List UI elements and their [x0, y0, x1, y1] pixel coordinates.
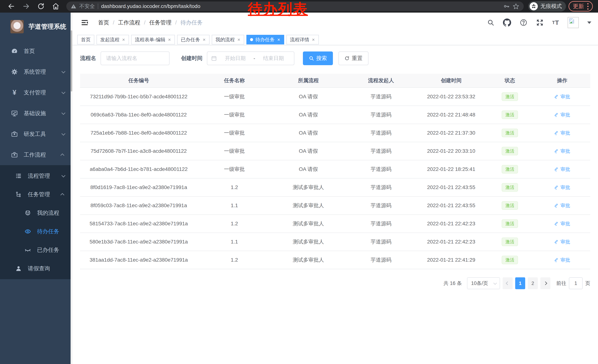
briefcase-icon [10, 151, 18, 158]
menu-dots-icon[interactable] [587, 3, 589, 10]
sidebar-item-done-tasks[interactable]: 已办任务 [0, 241, 72, 259]
sidebar-item-label: 任务管理 [28, 191, 50, 198]
approve-link[interactable]: 审批 [554, 130, 570, 136]
status-badge: 激活 [502, 147, 518, 155]
bookmark-star-icon[interactable] [513, 3, 519, 10]
sidebar-item-label: 已办任务 [37, 246, 59, 254]
incognito-badge: 无痕模式 [528, 1, 566, 11]
close-icon[interactable]: × [312, 37, 315, 42]
view-tab[interactable]: 流程详情 × [286, 35, 319, 44]
reload-icon[interactable] [35, 1, 47, 11]
sidebar-item-devtools[interactable]: 研发工具 [0, 124, 72, 145]
chevron-up-icon [60, 193, 64, 197]
briefcase-icon [10, 130, 18, 138]
cell-task-id: a6aba0a4-7b6d-11ec-b781-acde48001122 [80, 160, 197, 178]
breadcrumb-item[interactable]: 首页 [98, 19, 109, 26]
view-tab[interactable]: 发起流程 × [97, 35, 129, 44]
sidebar-toggle-icon[interactable] [79, 17, 90, 28]
sidebar-item-home[interactable]: 首页 [0, 41, 72, 61]
chevron-up-icon [60, 153, 64, 157]
home-icon[interactable] [50, 1, 62, 11]
avatar-dropdown-caret[interactable] [587, 22, 591, 24]
cell-task-name: 1.2 [197, 251, 271, 269]
sidebar-item-todo-tasks[interactable]: 待办任务 [0, 222, 72, 241]
search-icon[interactable] [487, 19, 494, 26]
process-name-label: 流程名 [80, 55, 96, 62]
app-logo-row[interactable]: 芋道管理系统 [0, 13, 72, 41]
page-number-button[interactable]: 2 [528, 277, 538, 289]
date-range-picker[interactable]: 开始日期 - 结束日期 [207, 51, 294, 65]
goto-label: 前往 [556, 280, 566, 287]
approve-link[interactable]: 审批 [554, 257, 570, 263]
view-tab[interactable]: 待办任务 × [246, 35, 284, 44]
approve-link[interactable]: 审批 [554, 220, 570, 227]
page-size-select[interactable]: 10条/页 [467, 277, 500, 289]
sidebar-item-my-process[interactable]: 我的流程 [0, 204, 72, 222]
close-icon[interactable]: × [277, 37, 280, 42]
app-title: 芋道管理系统 [29, 22, 66, 31]
goto-page-input[interactable] [569, 277, 583, 289]
close-icon[interactable]: × [122, 37, 125, 42]
search-icon [309, 56, 314, 61]
cell-starter: 芋道源码 [345, 178, 417, 196]
end-date-placeholder: 结束日期 [257, 55, 290, 62]
page-number-button[interactable]: 1 [515, 277, 525, 289]
approve-link[interactable]: 审批 [554, 94, 570, 100]
breadcrumb-item[interactable]: 任务管理 [149, 19, 172, 26]
avatar[interactable] [568, 17, 579, 28]
approve-link[interactable]: 审批 [554, 202, 570, 209]
breadcrumb-separator: / [113, 19, 114, 26]
cell-starter: 芋道源码 [345, 106, 417, 124]
breadcrumb-item[interactable]: 工作流程 [118, 19, 140, 26]
view-tab[interactable]: 首页 × [77, 35, 94, 44]
chevron-down-icon [61, 69, 65, 73]
user-icon [15, 265, 23, 272]
chevron-down-icon [493, 281, 497, 284]
fullscreen-icon[interactable] [536, 19, 544, 26]
close-icon[interactable]: × [168, 37, 171, 42]
github-icon[interactable] [503, 18, 511, 27]
sidebar-item-system[interactable]: 系统管理 [0, 61, 72, 82]
search-button[interactable]: 搜索 [303, 51, 333, 65]
help-icon[interactable] [520, 19, 527, 26]
sidebar-item-label: 待办任务 [37, 228, 59, 235]
approve-link[interactable]: 审批 [554, 112, 570, 118]
prev-page-button[interactable] [503, 277, 513, 289]
sidebar-item-payment[interactable]: ¥ 支付管理 [0, 82, 72, 103]
process-name-input[interactable] [100, 51, 169, 65]
sidebar-item-workflow[interactable]: 工作流程 [0, 145, 72, 165]
view-tab[interactable]: 流程表单-编辑 × [131, 35, 175, 44]
cell-process: 测试多审批人 [271, 233, 345, 251]
view-tab[interactable]: 已办任务 × [177, 35, 209, 44]
sidebar-item-process-mgmt[interactable]: 流程管理 [0, 167, 72, 185]
cell-starter: 芋道源码 [345, 233, 417, 251]
breadcrumb-separator: / [175, 19, 177, 26]
table-row: 73211d9d-7b9b-11ec-b5b7-acde48001122 一级审… [80, 88, 590, 106]
key-icon[interactable] [503, 3, 510, 9]
close-icon[interactable]: × [202, 37, 206, 42]
sidebar-item-infra[interactable]: 基础设施 [0, 103, 72, 124]
scrollbar-thumb[interactable] [71, 30, 72, 91]
approve-link[interactable]: 审批 [554, 184, 570, 191]
sidebar-item-leave-query[interactable]: 请假查询 [0, 259, 72, 278]
sidebar-scrollbar[interactable] [71, 13, 72, 364]
edit-pencil-icon [554, 239, 559, 244]
forward-icon[interactable] [20, 1, 32, 11]
table-row: 75d72608-7b7f-11ec-a3c8-acde48001122 一级审… [80, 142, 590, 160]
approve-link[interactable]: 审批 [554, 166, 570, 173]
tabs-bar: 首页 × 发起流程 × 流程表单-编辑 × [72, 32, 598, 45]
reset-button[interactable]: 重置 [339, 51, 368, 65]
security-label[interactable]: 不安全 [79, 3, 95, 10]
sidebar-item-task-mgmt[interactable]: 任务管理 [0, 185, 72, 204]
cell-process: 测试多审批人 [271, 215, 345, 233]
cell-starter: 芋道源码 [345, 88, 417, 105]
font-size-icon[interactable]: TT [552, 19, 559, 26]
approve-link[interactable]: 审批 [554, 148, 570, 154]
back-icon[interactable] [5, 1, 17, 11]
approve-link[interactable]: 审批 [554, 239, 570, 245]
next-page-button[interactable] [540, 277, 550, 289]
view-tab[interactable]: 我的流程 × [212, 35, 244, 44]
cell-starter: 芋道源码 [345, 124, 417, 142]
close-icon[interactable]: × [237, 37, 241, 42]
browser-update-button[interactable]: 更新 [569, 1, 593, 11]
